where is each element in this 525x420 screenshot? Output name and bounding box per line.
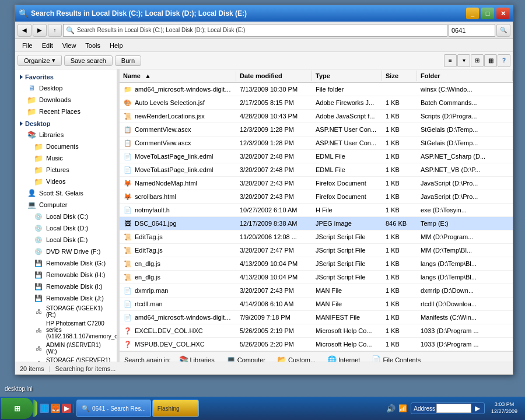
sidebar-item-user[interactable]: 👤 Scott St. Gelais (15, 187, 117, 199)
view-list-button[interactable]: ≡ (444, 54, 457, 67)
menu-view[interactable]: View (58, 41, 81, 50)
sidebar-item-desktop[interactable]: 🖥 Desktop (15, 82, 117, 94)
burn-button[interactable]: Burn (115, 55, 141, 66)
title-bar: 🔍 Search Results in Local Disk (C:); Loc… (15, 5, 513, 22)
favorites-header[interactable]: Favorites (15, 72, 117, 82)
maximize-button[interactable]: □ (481, 8, 494, 19)
table-row[interactable]: 📁 amd64_microsoft-windows-digitallocker.… (120, 83, 513, 96)
taskbar-search-btn[interactable]: 🔍 0641 - Search Res... (76, 400, 151, 417)
clock-date: 12/27/2009 (488, 408, 520, 415)
start-button[interactable]: ⊞ (1, 398, 33, 419)
search-input[interactable] (449, 24, 495, 37)
sidebar-item-removable-j[interactable]: 💾 Removable Disk (J:) (15, 292, 117, 304)
taskbar-flashing-btn[interactable]: Flashing (152, 400, 199, 417)
back-button[interactable]: ◀ (18, 24, 32, 37)
table-row[interactable]: 📄 dxmrip.man 3/20/2007 2:43 PM MAN File … (120, 284, 513, 298)
table-row[interactable]: 📜 en_dlg.js 4/13/2009 10:04 PM JScript S… (120, 257, 513, 271)
sidebar-item-libraries[interactable]: 📚 Libraries (15, 129, 117, 141)
removable-j-icon: 💾 (34, 293, 43, 303)
table-row[interactable]: 🎨 Auto Levels Selection.jsf 2/17/2005 8:… (120, 96, 513, 110)
address-go-icon[interactable]: ▶ (473, 404, 482, 413)
search-computer-btn[interactable]: 💻 Computer (223, 354, 269, 362)
sidebar-item-local-d[interactable]: 💿 Local Disk (D:) (15, 222, 117, 234)
media-icon[interactable]: ▶ (62, 404, 71, 413)
table-row[interactable]: 📋 CommentView.ascx 12/3/2009 1:28 PM ASP… (120, 123, 513, 136)
search-internet-btn[interactable]: 🌐 Internet (324, 354, 363, 362)
sidebar-item-videos[interactable]: 📁 Videos (15, 176, 117, 187)
sidebar-item-recent-places[interactable]: 📁 Recent Places (15, 106, 117, 117)
table-row[interactable]: ❓ MSPUB.DEV_COL.HXC 5/26/2005 2:20 PM Mi… (120, 338, 513, 351)
search-button[interactable]: 🔍 (496, 24, 510, 37)
search-again-label: Search again in: (124, 356, 171, 362)
ie-icon[interactable]: 🌐 (40, 404, 49, 413)
window-title: Search Results in Local Disk (C:); Local… (31, 9, 464, 18)
col-header-type[interactable]: Type (312, 71, 382, 81)
forward-button[interactable]: ▶ (33, 24, 47, 37)
table-row[interactable]: 🦊 scrollbars.html 3/20/2007 2:43 PM Fire… (120, 190, 513, 204)
table-row[interactable]: 📄 notmyfault.h 10/27/2002 6:10 AM H File… (120, 204, 513, 217)
menu-file[interactable]: File (18, 41, 37, 50)
search-custom-btn[interactable]: 📂 Custom... (274, 354, 319, 362)
address-input[interactable] (436, 404, 471, 413)
file-type: MAN File (312, 299, 382, 309)
table-row[interactable]: 📄 rtcdll.man 4/14/2008 6:10 AM MAN File … (120, 298, 513, 311)
col-header-folder[interactable]: Folder (417, 71, 513, 81)
file-type-icon: 📜 (123, 272, 132, 282)
col-name-label: Name (123, 72, 141, 79)
close-button[interactable]: ✕ (496, 8, 509, 19)
firefox-icon[interactable]: 🦊 (51, 404, 60, 413)
sidebar-item-computer[interactable]: 💻 Computer (15, 199, 117, 211)
sidebar-item-storage-r[interactable]: 🖧 STORAGE (\\GEEK1) (R:) (15, 304, 117, 319)
sidebar-storage-x-label: STORAGE (\\SERVER1) (X:) (46, 357, 113, 362)
sidebar-item-downloads[interactable]: 📁 Downloads (15, 94, 117, 106)
table-row[interactable]: 📄 amd64_microsoft-windows-digitallocker.… (120, 311, 513, 324)
file-name-cell: ❓ EXCEL.DEV_COL.HXC (120, 325, 236, 337)
table-row[interactable]: ❓ EXCEL.DEV_COL.HXC 5/26/2005 2:19 PM Mi… (120, 324, 513, 338)
sidebar-item-music[interactable]: 📁 Music (15, 152, 117, 164)
table-row[interactable]: 🦊 NamedNodeMap.html 3/20/2007 2:43 PM Fi… (120, 177, 513, 190)
sidebar-item-removable-i[interactable]: 💾 Removable Disk (I:) (15, 281, 117, 292)
file-type-icon: 📄 (123, 205, 132, 215)
organize-button[interactable]: Organize ▾ (18, 55, 62, 66)
minimize-button[interactable]: _ (466, 8, 479, 19)
col-header-date[interactable]: Date modified (236, 71, 312, 81)
sidebar-item-documents[interactable]: 📁 Documents (15, 141, 117, 152)
table-row[interactable]: 📋 CommentView.ascx 12/3/2009 1:28 PM ASP… (120, 136, 513, 150)
col-header-size[interactable]: Size (382, 71, 417, 81)
volume-icon[interactable]: 🔊 (386, 404, 396, 413)
menu-help[interactable]: Help (105, 41, 128, 50)
sidebar-item-removable-g[interactable]: 💾 Removable Disk (G:) (15, 257, 117, 269)
sidebar-item-removable-h[interactable]: 💾 Removable Disk (H:) (15, 269, 117, 281)
sidebar-item-hp[interactable]: 🖧 HP Photosmart C7200 series (\\192.168.… (15, 319, 117, 341)
table-row[interactable]: 📄 MoveToLastPage_link.edml 3/20/2007 2:4… (120, 150, 513, 163)
up-button[interactable]: ↑ (48, 24, 62, 37)
table-row[interactable]: 🖼 DSC_0641.jpg 12/17/2009 8:38 AM JPEG i… (120, 217, 513, 230)
file-size: 1 KB (382, 125, 417, 134)
search-libraries-btn[interactable]: 📚 Libraries (176, 354, 218, 362)
table-row[interactable]: 📜 EditTag.js 3/20/2007 2:47 PM JScript S… (120, 244, 513, 257)
table-row[interactable]: 📜 en_dlg.js 4/13/2009 10:04 PM JScript S… (120, 271, 513, 284)
view-details-button[interactable]: ⊞ (471, 54, 484, 67)
table-row[interactable]: 📜 newRenderLocations.jsx 4/28/2009 10:43… (120, 110, 513, 123)
sidebar-item-local-c[interactable]: 💿 Local Disk (C:) (15, 211, 117, 222)
menu-tools[interactable]: Tools (80, 41, 105, 50)
search-file-contents-btn[interactable]: 📄 File Contents (368, 354, 424, 362)
help-button[interactable]: ? (498, 54, 510, 67)
desktop-header[interactable]: Desktop (15, 118, 117, 129)
col-header-name[interactable]: Name ▲ (120, 71, 236, 81)
sidebar-item-storage-x[interactable]: 🖧 STORAGE (\\SERVER1) (X:) (15, 356, 117, 362)
sidebar-item-pictures[interactable]: 📁 Pictures (15, 164, 117, 176)
sidebar-item-dvd[interactable]: 💿 DVD RW Drive (F:) (15, 246, 117, 257)
menu-edit[interactable]: Edit (37, 41, 58, 50)
view-dropdown-button[interactable]: ▾ (457, 54, 470, 67)
sidebar-item-admin-w[interactable]: 🖧 ADMIN (\\SERVER1) (W:) (15, 341, 117, 356)
save-search-button[interactable]: Save search (64, 55, 113, 66)
address-bar[interactable]: 🔍 Search Results in Local Disk (C:); Loc… (63, 24, 447, 37)
sidebar-removable-i-label: Removable Disk (I:) (46, 283, 103, 290)
view-preview-button[interactable]: ▦ (484, 54, 497, 67)
sidebar-item-local-e[interactable]: 💿 Local Disk (E:) (15, 234, 117, 246)
network-tray-icon[interactable]: 📶 (398, 404, 407, 413)
computer-btn-label: Computer (237, 356, 265, 362)
table-row[interactable]: 📄 MoveToLastPage_link.edml 3/20/2007 2:4… (120, 163, 513, 177)
table-row[interactable]: 📜 EditTag.js 11/20/2006 12:08 ... JScrip… (120, 230, 513, 244)
